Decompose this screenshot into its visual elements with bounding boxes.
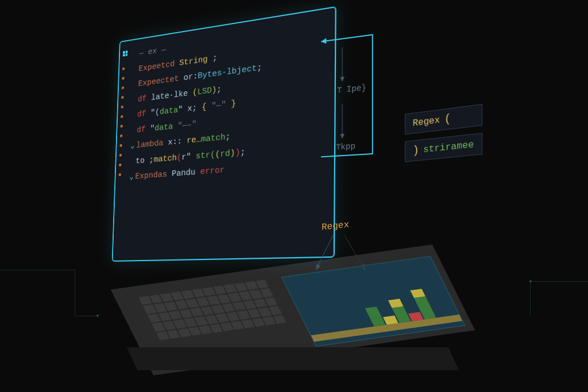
circuit-node	[96, 315, 99, 317]
code-token: "—–"	[173, 119, 196, 131]
code-token: }	[231, 99, 236, 109]
code-token: "—"	[207, 99, 231, 112]
chevron-down-icon: ⌄	[129, 169, 136, 185]
code-token: match	[201, 133, 226, 145]
tag-stack: Regex ( ) striramee	[405, 104, 482, 169]
tag-label: Regex	[413, 115, 440, 129]
gutter-dot	[122, 67, 125, 70]
flow-label-bottom: ⊤kpp	[336, 141, 355, 153]
svg-marker-2	[340, 77, 345, 82]
code-token: re…	[187, 135, 201, 146]
gutter-dot	[119, 164, 121, 166]
gutter-dot	[120, 134, 122, 137]
code-token: late·lke	[151, 88, 193, 102]
code-token: x::	[168, 136, 187, 148]
code-token: str(	[196, 150, 215, 161]
circuit-trace	[530, 281, 531, 316]
code-token: ;	[257, 63, 262, 73]
code-token: r"	[181, 152, 196, 162]
code-token: ;	[207, 53, 217, 64]
gutter-dot	[121, 115, 123, 118]
code-token: error	[200, 165, 225, 177]
paren-close-icon: )	[413, 143, 419, 157]
svg-marker-0	[321, 38, 326, 44]
code-token: rd	[220, 149, 230, 160]
tag-label: striramee	[423, 139, 474, 155]
gutter-dot	[119, 154, 122, 157]
pointer-arrows-icon	[310, 230, 390, 281]
tag-regex: Regex (	[405, 104, 482, 134]
gutter-dot	[122, 77, 124, 80]
code-token: df	[137, 124, 150, 135]
data-block	[388, 299, 404, 308]
illustration-scene: — ex — Expeetcd String ; Expeectet or:By…	[0, 0, 588, 392]
code-token: match	[153, 153, 177, 165]
code-token: lambda	[136, 138, 168, 150]
code-token: Pandu	[172, 167, 200, 178]
code-token: df	[137, 108, 151, 119]
circuit-trace	[531, 281, 588, 282]
circuit-trace	[75, 270, 75, 316]
gutter-dot	[122, 86, 124, 89]
gutter-dot	[121, 106, 123, 108]
code-token: Expndas	[135, 169, 172, 181]
code-token: to ;	[136, 155, 154, 166]
code-token: — ex —	[139, 45, 166, 59]
code-token: ;	[240, 147, 245, 157]
circuit-trace	[0, 270, 75, 270]
svg-marker-6	[316, 264, 320, 270]
circuit-node	[529, 280, 532, 282]
code-token: data	[154, 122, 173, 133]
svg-marker-4	[340, 134, 345, 138]
code-token: ;	[225, 132, 230, 142]
paren-open-icon: (	[444, 112, 451, 126]
flow-arrows-icon	[321, 30, 386, 174]
tag-striramee: ) striramee	[405, 133, 482, 162]
code-editor-panel: — ex — Expeetcd String ; Expeectet or:By…	[112, 6, 336, 262]
gutter-dot	[121, 96, 123, 99]
code-token: Expeectet	[138, 73, 184, 89]
code-token: Expeetcd	[138, 59, 179, 73]
code-token: or:	[183, 72, 198, 83]
chevron-down-icon: ⌄	[130, 138, 136, 154]
svg-line-5	[316, 235, 333, 270]
code-token: df	[138, 93, 152, 104]
editor-gutter	[119, 51, 128, 176]
gutter-dot	[119, 144, 122, 147]
laptop-side	[127, 347, 459, 370]
laptop-base	[121, 253, 465, 379]
circuit-trace	[75, 316, 98, 316]
code-token: " x;	[178, 103, 202, 115]
code-token: String	[179, 55, 208, 68]
code-token: LSD	[197, 86, 212, 97]
code-token: "(	[150, 108, 160, 118]
grid-icon	[123, 51, 128, 56]
code-content: — ex — Expeetcd String ; Expeectet or:By…	[129, 17, 329, 185]
code-token: ;	[216, 84, 222, 95]
svg-marker-8	[361, 264, 365, 270]
gutter-dot	[119, 173, 121, 176]
data-block	[410, 289, 425, 298]
code-token: data	[160, 106, 179, 117]
svg-line-7	[345, 235, 365, 270]
data-block	[365, 306, 382, 319]
flow-annotations: ⊤ Ipe} ⊤kpp	[321, 30, 386, 174]
gutter-dot	[120, 125, 122, 127]
